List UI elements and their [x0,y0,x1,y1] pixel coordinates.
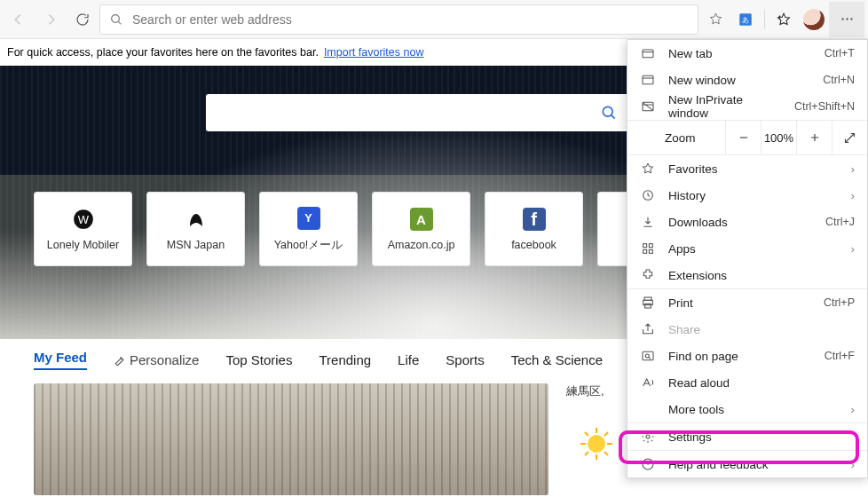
feed-article-image[interactable] [34,383,548,495]
chevron-right-icon: › [851,242,856,256]
find-icon [640,348,656,364]
svg-point-6 [603,106,612,116]
menu-zoom: Zoom 100% [627,120,867,155]
menu-find[interactable]: Find on page Ctrl+F [627,343,867,369]
menu-read-aloud[interactable]: Read aloud [627,369,867,396]
weather-location: 練馬区, [566,383,604,399]
zoom-level: 100% [761,121,796,154]
gear-icon [640,429,656,445]
divider [764,10,765,29]
feed-tab[interactable]: Sports [446,352,484,367]
favbar-text: For quick access, place your favorites h… [7,46,319,59]
feed-tab[interactable]: Life [398,352,419,367]
forward-button[interactable] [36,4,66,35]
svg-text:W: W [77,213,89,226]
feed-tab[interactable]: Tech & Science [511,352,603,367]
chevron-right-icon: › [851,403,856,416]
window-icon [640,72,656,88]
import-favorites-link[interactable]: Import favorites now [324,46,424,59]
svg-rect-24 [643,249,647,253]
star-icon[interactable] [700,4,730,35]
svg-point-3 [841,18,843,20]
svg-rect-23 [649,244,652,248]
read-aloud-icon [640,375,656,390]
menu-more-tools[interactable]: More tools › [627,396,867,422]
menu-share: Share [627,316,867,343]
svg-rect-22 [643,244,647,248]
settings-menu: New tab Ctrl+T New window Ctrl+N New InP… [627,39,868,478]
address-bar[interactable]: Search or enter web address [99,4,698,35]
svg-point-0 [112,14,120,22]
chevron-right-icon: › [851,458,856,471]
svg-point-5 [850,18,852,20]
top-site-tile[interactable]: AAmazon.co.jp [372,192,470,266]
search-icon [109,12,123,27]
favorites-icon[interactable] [769,4,799,35]
svg-line-14 [585,432,588,436]
site-label: facebook [511,239,556,251]
site-icon: f [522,207,547,232]
menu-extensions[interactable]: Extensions [627,262,867,288]
svg-rect-18 [643,50,653,58]
translate-icon[interactable]: あ [730,4,761,35]
back-button[interactable] [4,4,34,35]
site-icon [184,207,209,232]
history-icon [640,187,656,203]
site-label: MSN Japan [167,239,225,251]
chevron-right-icon: › [851,189,856,202]
site-label: Lonely Mobiler [47,239,119,251]
feed-tab-active[interactable]: My Feed [34,350,87,370]
feed-tab[interactable]: Trending [319,352,371,367]
star-icon [640,161,656,177]
search-icon [600,104,618,122]
top-sites: WLonely MobilerMSN JapanYYahoo!メールAAmazo… [34,192,696,266]
menu-favorites[interactable]: Favorites › [627,155,867,182]
feed-tab[interactable]: Top Stories [225,352,292,367]
address-placeholder: Search or enter web address [132,12,292,27]
top-site-tile[interactable]: YYahoo!メール [259,192,358,266]
chevron-right-icon: › [851,162,856,176]
menu-inprivate[interactable]: New InPrivate window Ctrl+Shift+N [627,93,867,120]
feed-personalize[interactable]: Personalize [114,352,199,367]
inprivate-icon [640,99,656,114]
menu-apps[interactable]: Apps › [627,235,867,262]
site-label: Amazon.co.jp [388,239,455,251]
menu-new-window[interactable]: New window Ctrl+N [627,67,867,93]
top-site-tile[interactable]: MSN Japan [146,192,245,266]
svg-rect-19 [643,75,653,83]
svg-rect-28 [645,304,651,308]
profile-avatar[interactable] [799,4,829,35]
more-button[interactable] [829,2,864,37]
help-icon [640,456,656,472]
new-tab-icon [640,45,656,61]
menu-new-tab[interactable]: New tab Ctrl+T [627,40,867,67]
svg-line-17 [585,452,588,455]
download-icon [640,214,656,230]
menu-print[interactable]: Print Ctrl+P [627,289,867,316]
site-icon: W [71,207,96,232]
refresh-button[interactable] [67,4,98,35]
menu-downloads[interactable]: Downloads Ctrl+J [627,209,867,235]
site-label: Yahoo!メール [274,238,343,253]
zoom-in-button[interactable] [796,121,832,154]
new-tab-search[interactable] [206,94,630,131]
sun-icon [579,426,614,462]
svg-point-9 [588,435,605,453]
top-site-tile[interactable]: WLonely Mobiler [34,192,132,266]
site-icon: A [409,207,434,232]
svg-line-15 [604,452,608,455]
menu-help[interactable]: Help and feedback › [627,451,867,477]
svg-text:あ: あ [742,16,749,24]
apps-icon [640,241,656,256]
menu-history[interactable]: History › [627,182,867,209]
svg-rect-29 [643,351,653,359]
svg-point-30 [645,354,649,358]
fullscreen-button[interactable] [832,121,867,154]
svg-point-31 [646,435,650,438]
menu-settings[interactable]: Settings [627,423,867,450]
svg-point-4 [846,18,848,20]
print-icon [640,295,656,311]
svg-rect-25 [649,249,652,253]
top-site-tile[interactable]: ffacebook [485,192,583,266]
zoom-out-button[interactable] [725,121,761,154]
